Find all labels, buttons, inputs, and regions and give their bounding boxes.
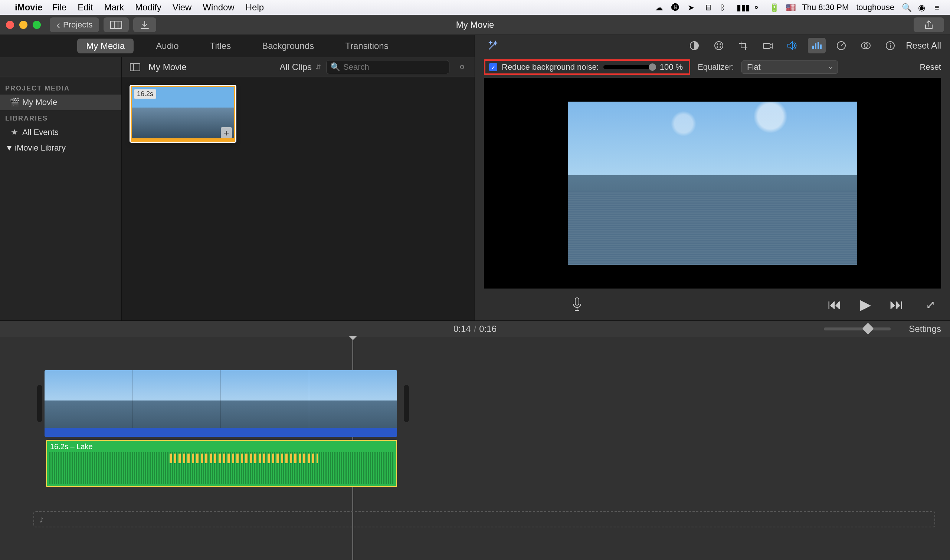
preview-frame[interactable]	[568, 102, 857, 265]
menu-view[interactable]: View	[173, 2, 192, 12]
film-import-icon: ♪	[110, 21, 122, 29]
add-clip-button[interactable]: ＋	[221, 127, 232, 138]
search-input[interactable]	[343, 62, 445, 72]
timeline[interactable]: 16.2s – Lake ♪	[0, 337, 950, 560]
notifications-icon[interactable]: ≡	[935, 3, 943, 12]
timeline-video-clip[interactable]	[45, 370, 397, 437]
download-arrow-icon	[140, 20, 150, 29]
svg-rect-15	[817, 42, 819, 49]
bluetooth-status-icon[interactable]: ᛒ	[720, 3, 729, 12]
microphone-icon	[572, 297, 583, 312]
info-icon	[885, 41, 895, 51]
audio-peaks	[170, 454, 318, 463]
window-close-button[interactable]	[6, 21, 14, 29]
menu-window[interactable]: Window	[203, 2, 234, 12]
stabilization-tab[interactable]	[759, 38, 777, 54]
svg-rect-16	[820, 45, 822, 49]
half-circle-icon	[689, 40, 700, 51]
menu-modify[interactable]: Modify	[135, 2, 162, 12]
window-zoom-button[interactable]	[32, 21, 41, 29]
import-media-button[interactable]	[133, 17, 156, 32]
tab-transitions[interactable]: Transitions	[336, 38, 397, 54]
play-button[interactable]: ▶	[860, 296, 871, 312]
svg-rect-22	[890, 45, 891, 48]
sidebar-item-project[interactable]: 🎬 My Movie	[0, 95, 121, 110]
equalizer-label: Equalizer:	[698, 62, 734, 72]
translate-status-icon[interactable]: 🅖	[671, 3, 680, 12]
input-flag-icon[interactable]: 🇺🇸	[786, 3, 794, 12]
fullscreen-button[interactable]: ⤢	[926, 298, 935, 311]
tab-audio[interactable]: Audio	[147, 38, 187, 54]
reset-all-button[interactable]: Reset All	[906, 40, 941, 51]
crop-icon	[739, 41, 748, 51]
equalizer-value: Flat	[747, 62, 761, 72]
sidebar-toggle-button[interactable]	[127, 59, 143, 75]
equalizer-select[interactable]: Flat	[742, 60, 838, 74]
viewer-pane: Reset All ✓ Reduce background noise: 100…	[475, 35, 950, 320]
battery-status-icon[interactable]: ▮▮▮	[737, 3, 745, 12]
search-field[interactable]: 🔍	[326, 60, 449, 74]
tab-backgrounds[interactable]: Backgrounds	[253, 38, 323, 54]
tab-my-media[interactable]: My Media	[77, 38, 134, 54]
audio-clip-label: 16.2s – Lake	[50, 442, 93, 451]
inspector-reset-button[interactable]: Reset	[920, 62, 941, 72]
window-minimize-button[interactable]	[19, 21, 28, 29]
sidebar-layout-icon	[130, 63, 140, 71]
clip-thumbnail[interactable]: 16.2s ＋	[131, 86, 235, 142]
tab-titles[interactable]: Titles	[201, 38, 240, 54]
sidebar-item-all-events[interactable]: ★ All Events	[0, 125, 121, 140]
clip-info-tab[interactable]	[881, 38, 899, 54]
background-music-lane[interactable]: ♪	[33, 511, 935, 528]
display-status-icon[interactable]: 🖥	[704, 3, 713, 12]
timeline-audio-clip[interactable]: 16.2s – Lake	[46, 440, 397, 487]
menu-edit[interactable]: Edit	[77, 2, 93, 12]
menubar-user[interactable]: toughouse	[856, 3, 894, 12]
spotlight-icon[interactable]: 🔍	[902, 3, 911, 12]
share-button[interactable]	[914, 17, 944, 32]
voiceover-button[interactable]	[572, 297, 583, 312]
siri-icon[interactable]: ◉	[918, 3, 927, 12]
clip-filter-tab[interactable]	[857, 38, 874, 54]
clip-filter-dropdown[interactable]: All Clips	[279, 62, 321, 72]
svg-point-7	[715, 42, 723, 50]
wechat-status-icon[interactable]: ☁︎	[655, 3, 664, 12]
menubar-clock[interactable]: Thu 8:30 PM	[802, 3, 849, 12]
sidebar-item-library[interactable]: ▼ iMovie Library	[0, 140, 121, 156]
reduce-noise-slider[interactable]	[603, 65, 655, 69]
media-import-button[interactable]: ♪	[103, 17, 129, 32]
wifi-status-icon[interactable]: ⚬	[753, 3, 762, 12]
prev-frame-button[interactable]: ⏮	[828, 297, 842, 312]
clip-trim-handle-right[interactable]	[404, 385, 409, 422]
browser-options-button[interactable]: ⚙︎	[455, 60, 469, 75]
clip-trim-handle-left[interactable]	[37, 385, 42, 422]
menu-mark[interactable]: Mark	[104, 2, 124, 12]
back-to-projects-button[interactable]: Projects	[50, 17, 99, 32]
volume-tab[interactable]	[783, 38, 801, 54]
svg-point-10	[717, 46, 718, 48]
app-menu[interactable]: iMovie	[15, 2, 43, 12]
color-balance-tab[interactable]	[685, 38, 703, 54]
location-status-icon[interactable]: ➤	[688, 3, 697, 12]
music-note-icon: ♪	[39, 514, 44, 525]
overlap-circles-icon	[861, 41, 871, 50]
slider-knob[interactable]	[649, 63, 656, 71]
timeline-settings-button[interactable]: Settings	[909, 324, 941, 334]
speed-tab[interactable]	[832, 38, 850, 54]
disclosure-triangle-icon[interactable]: ▼	[5, 143, 11, 153]
menu-file[interactable]: File	[52, 2, 67, 12]
power-status-icon[interactable]: 🔋	[769, 3, 778, 12]
palette-icon	[714, 40, 724, 51]
reduce-noise-checkbox[interactable]: ✓	[489, 63, 497, 71]
color-correction-tab[interactable]	[710, 38, 728, 54]
inspector-tab-strip: Reset All	[475, 35, 950, 56]
clip-grid: 16.2s ＋	[122, 77, 475, 320]
preview-viewer	[484, 78, 941, 289]
noise-eq-tab[interactable]	[808, 38, 826, 54]
svg-point-11	[720, 46, 721, 48]
timeline-zoom-slider[interactable]	[824, 328, 891, 331]
sidebar-item-label: My Movie	[22, 97, 57, 107]
menu-help[interactable]: Help	[246, 2, 264, 12]
next-frame-button[interactable]: ⏭	[890, 297, 904, 312]
auto-enhance-button[interactable]	[484, 38, 502, 54]
crop-tab[interactable]	[734, 38, 752, 54]
